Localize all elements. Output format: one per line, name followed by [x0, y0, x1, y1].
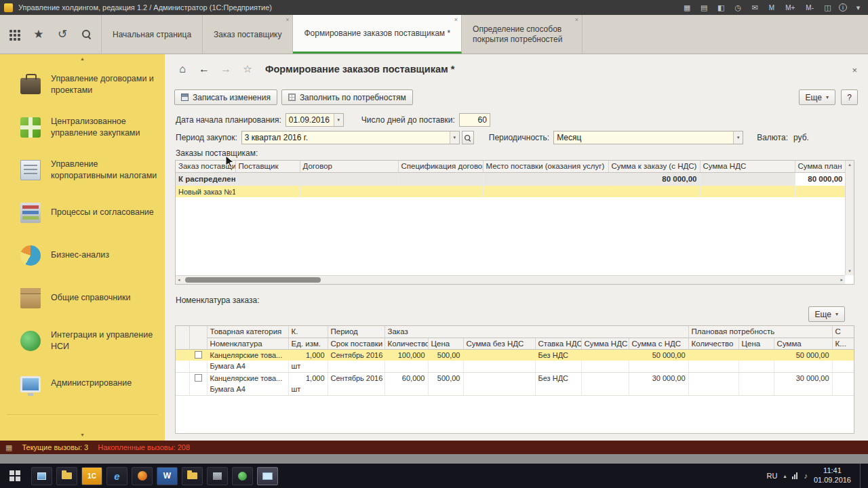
app-window-icon[interactable]	[31, 467, 52, 485]
column-header[interactable]: Сумма без НДС	[463, 338, 535, 349]
info-icon[interactable]: i	[839, 3, 847, 12]
calendar-icon[interactable]: ▤	[698, 3, 710, 12]
tab-close-icon[interactable]: ×	[285, 16, 289, 23]
chevron-down-icon[interactable]: ▾	[733, 131, 743, 144]
sidebar-item-common-references[interactable]: Общие справочники	[0, 277, 165, 319]
green-app-icon[interactable]	[232, 467, 253, 485]
column-header[interactable]: Период	[328, 326, 384, 338]
column-header[interactable]: Спецификация договора	[398, 161, 483, 172]
start-button[interactable]	[1, 464, 28, 488]
column-header[interactable]: Цена	[738, 338, 774, 349]
nomenclature-more-button[interactable]: Еще ▾	[808, 306, 845, 322]
tab-supplier-order[interactable]: Заказ поставщику ×	[203, 15, 293, 54]
table-row-totals[interactable]: К распределен... 80 000,00 80 000,00	[176, 172, 846, 186]
column-header[interactable]: Место поставки (оказания услуг)	[483, 161, 608, 172]
calculator-icon[interactable]: ▦	[682, 3, 693, 12]
firefox-icon[interactable]	[132, 467, 153, 485]
chevron-down-icon[interactable]: ▾	[450, 131, 459, 144]
favorite-star-icon[interactable]: ☆	[238, 61, 257, 77]
sidebar-item-business-analysis[interactable]: Бизнес-анализ	[0, 234, 165, 277]
fill-by-needs-button[interactable]: Заполнить по потребностям	[281, 89, 413, 105]
form-close-icon[interactable]: ×	[852, 65, 857, 75]
sidebar-item-taxes[interactable]: Управление корпоративными налогами	[0, 148, 165, 191]
table-row-item2-line1[interactable]: Канцелярские това... 1,000 Сентябрь 2016…	[176, 372, 854, 384]
column-header[interactable]: Товарная категория	[207, 326, 288, 338]
column-header[interactable]: Сумма НДС	[581, 338, 629, 349]
calendar-dropdown-icon[interactable]: ▾	[334, 114, 343, 126]
history-icon[interactable]: ↺	[53, 25, 72, 44]
menu-grid-icon[interactable]	[5, 25, 24, 44]
internet-explorer-icon[interactable]: e	[106, 467, 127, 485]
tab-close-icon[interactable]: ×	[575, 16, 578, 24]
column-header[interactable]: Количество	[688, 338, 738, 349]
column-header[interactable]: Договор	[300, 161, 398, 172]
tray-expand-icon[interactable]: ▴	[783, 473, 786, 479]
volume-icon[interactable]: ♪	[804, 472, 808, 480]
column-header[interactable]: Срок поставки	[328, 338, 384, 349]
sidebar-scroll-down[interactable]: ▾	[0, 432, 165, 438]
word-icon[interactable]: W	[157, 467, 178, 485]
titlebar-dropdown-icon[interactable]: ▾	[852, 3, 864, 12]
forward-icon[interactable]: →	[216, 61, 235, 77]
gray-app-icon[interactable]	[207, 467, 228, 485]
table-row-new-order[interactable]: Новый заказ №1	[176, 186, 846, 197]
help-button[interactable]: ?	[841, 89, 858, 105]
planning-date-input[interactable]: 01.09.2016 ▾	[285, 113, 344, 127]
period-choice-button[interactable]	[462, 131, 474, 144]
memory-button[interactable]: M	[766, 4, 777, 12]
column-header[interactable]: Номенклатура	[207, 338, 288, 349]
back-icon[interactable]: ←	[195, 61, 214, 77]
column-header[interactable]: Количество	[384, 338, 428, 349]
mail-icon[interactable]: ✉	[749, 3, 761, 12]
sidebar-item-nsi-integration[interactable]: Интеграция и управление НСИ	[0, 319, 165, 362]
tab-order-formation[interactable]: Формирование заказов поставщикам * ×	[293, 15, 462, 54]
column-header[interactable]: Поставщик	[235, 161, 300, 172]
column-header[interactable]: Сумма НДС	[700, 161, 795, 172]
presentation-app-icon[interactable]	[257, 467, 278, 485]
folder-icon[interactable]	[182, 467, 203, 485]
column-header[interactable]: Сумма план	[795, 161, 846, 172]
column-header[interactable]: Ставка НДС	[535, 338, 581, 349]
horizontal-scrollbar[interactable]: ◂ ▸	[176, 275, 845, 284]
taskbar-clock[interactable]: 11:41 01.09.2016	[814, 466, 851, 485]
purchase-period-select[interactable]: 3 квартал 2016 г. ▾	[241, 131, 460, 144]
table-row-item1-line2[interactable]: Бумага А4 шт	[176, 361, 854, 372]
column-header[interactable]: К.	[288, 326, 328, 338]
favorites-star-icon[interactable]: ★	[29, 25, 48, 44]
sidebar-item-administration[interactable]: Администрирование	[0, 362, 165, 405]
more-button[interactable]: Еще ▾	[799, 89, 835, 105]
memory-minus-button[interactable]: M-	[803, 4, 816, 12]
memory-plus-button[interactable]: M+	[783, 4, 797, 12]
tab-close-icon[interactable]: ×	[454, 16, 458, 23]
sidebar-scroll-up[interactable]: ▴	[0, 54, 165, 63]
clock-icon[interactable]: ◷	[732, 3, 744, 12]
column-header[interactable]: Сумма с НДС	[629, 338, 688, 349]
tab-coverage-methods[interactable]: Определение способов покрытия потребност…	[462, 15, 583, 54]
days-to-delivery-input[interactable]: 60	[459, 113, 490, 127]
periodicity-select[interactable]: Месяц ▾	[553, 131, 743, 144]
split-window-icon[interactable]: ◫	[822, 3, 833, 12]
network-icon[interactable]	[792, 472, 797, 479]
column-header[interactable]: Сумма	[774, 338, 832, 349]
vertical-scrollbar[interactable]: ▴ ▾	[845, 161, 854, 275]
scrollbar-thumb[interactable]	[185, 277, 321, 283]
tab-home[interactable]: Начальная страница	[102, 15, 203, 54]
language-indicator[interactable]: RU	[767, 472, 778, 480]
column-header[interactable]: Сумма к заказу (с НДС)	[608, 161, 700, 172]
show-desktop-button[interactable]	[860, 464, 865, 488]
column-group-cut[interactable]: С	[832, 326, 854, 338]
column-group-order[interactable]: Заказ	[384, 326, 688, 338]
clipboard-icon[interactable]: ◧	[715, 3, 727, 12]
search-icon[interactable]	[77, 25, 96, 44]
1c-enterprise-icon[interactable]: 1С	[81, 467, 102, 485]
column-header[interactable]: К...	[832, 338, 854, 349]
explorer-icon[interactable]	[56, 467, 77, 485]
table-row-item1-line1[interactable]: Канцелярские това... 1,000 Сентябрь 2016…	[176, 349, 854, 361]
table-row-item2-line2[interactable]: Бумага А4 шт	[176, 384, 854, 395]
column-header[interactable]: Цена	[428, 338, 463, 349]
home-icon[interactable]: ⌂	[173, 61, 192, 77]
column-group-plan[interactable]: Плановая потребность	[688, 326, 832, 338]
sidebar-item-contracts[interactable]: Управление договорами и проектами	[0, 63, 165, 106]
sidebar-item-purchasing[interactable]: Централизованное управление закупками	[0, 106, 165, 148]
row-checkbox[interactable]	[195, 351, 202, 359]
